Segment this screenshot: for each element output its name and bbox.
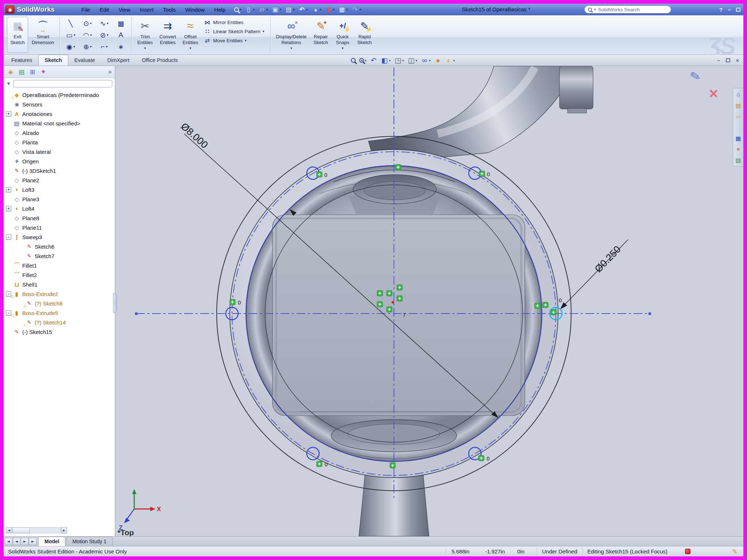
search-input[interactable] xyxy=(598,7,667,12)
zoom-area-icon[interactable]: ▾ xyxy=(359,58,367,63)
menu-item[interactable]: Insert xyxy=(135,4,158,15)
dropdown-arrow-icon[interactable]: ▾ xyxy=(144,46,146,50)
convert-entities-button[interactable]: Convert Entities ▾ xyxy=(156,17,179,53)
custom-properties-icon[interactable] xyxy=(735,156,742,164)
document-restore-button[interactable] xyxy=(726,58,730,62)
search-icon[interactable] xyxy=(735,124,742,131)
select-icon[interactable]: ▾ xyxy=(311,5,322,14)
next-sheet-button[interactable]: ▶ xyxy=(21,538,28,545)
toolbox-icon[interactable]: ▾ xyxy=(324,5,336,14)
minimize-button[interactable] xyxy=(728,7,731,13)
menu-item[interactable]: Tools xyxy=(158,4,181,15)
document-minimize-button[interactable] xyxy=(717,58,720,63)
dropdown-arrow-icon[interactable]: ▾ xyxy=(263,30,264,33)
scroll-right-arrow[interactable]: ▶ xyxy=(61,527,67,533)
quick-snaps-button[interactable]: Quick Snaps ▾ xyxy=(332,17,353,53)
sketch-fillet-tool-icon[interactable]: ⌐▾ xyxy=(96,41,112,52)
quick-tips-icon[interactable]: ✎ xyxy=(732,548,738,556)
solidworks-resources-icon[interactable] xyxy=(735,91,742,98)
tree-item[interactable]: Fillet2 xyxy=(4,270,115,280)
exit-sketch-button[interactable]: Exit Sketch ▾ xyxy=(7,17,28,53)
tree-item[interactable]: Material <not specified> xyxy=(4,118,115,128)
tree-expander[interactable]: - xyxy=(6,291,11,297)
tree-item[interactable]: + Loft4 xyxy=(4,204,115,213)
repair-sketch-button[interactable]: Repair Sketch ▾ xyxy=(310,17,331,53)
trim-entities-button[interactable]: Trim Entities ▾ xyxy=(134,17,156,53)
panel-splitter-handle[interactable]: ⋮ xyxy=(113,293,117,313)
text-tool-icon[interactable]: A▾ xyxy=(112,29,129,41)
command-tab[interactable]: Features xyxy=(5,55,38,66)
open-icon[interactable]: ▾ xyxy=(258,5,269,14)
manager-overflow-chevron[interactable]: » xyxy=(108,69,112,75)
tree-expander[interactable]: + xyxy=(6,111,11,117)
dimension-label[interactable]: Ø0.250 xyxy=(593,244,623,275)
first-sheet-button[interactable]: ◀ xyxy=(5,538,12,545)
tree-item[interactable]: - Sweep3 xyxy=(4,232,115,242)
tree-item[interactable]: - Boss-Extrude2 xyxy=(4,289,115,299)
edit-appearance-icon[interactable]: ▾ xyxy=(434,57,442,64)
tree-item[interactable]: (?) Sketch14 xyxy=(4,318,115,327)
search-box[interactable]: ▾ xyxy=(584,5,671,13)
tree-expander[interactable] xyxy=(6,149,11,155)
diameter-dimension-small[interactable]: Ø0.250 xyxy=(560,240,628,309)
tree-item[interactable]: Shell1 xyxy=(4,280,115,289)
dropdown-arrow-icon[interactable]: ▾ xyxy=(342,46,344,50)
tree-item[interactable]: (-) 3DSketch1 xyxy=(4,166,115,175)
arc-tool-icon[interactable]: ◠▾ xyxy=(79,29,96,41)
polygon-tool-icon[interactable]: ⊕▾ xyxy=(79,41,96,52)
menu-item[interactable]: Window xyxy=(181,4,209,15)
tree-item[interactable]: Plane11 xyxy=(4,223,115,232)
dropdown-arrow-icon[interactable]: ▾ xyxy=(245,39,247,42)
tree-expander[interactable] xyxy=(6,140,11,145)
line-tool-icon[interactable]: ╲▾ xyxy=(62,18,79,29)
tree-item[interactable]: Sketch7 xyxy=(4,251,115,261)
new-file-icon[interactable]: ▾ xyxy=(244,5,256,14)
file-explorer-icon[interactable] xyxy=(735,113,742,120)
circle-tool-icon[interactable]: ⊙▾ xyxy=(79,18,96,29)
command-tab[interactable]: Office Products xyxy=(136,55,184,66)
prev-sheet-button[interactable]: ◀ xyxy=(13,538,20,545)
error-indicator-icon[interactable] xyxy=(685,549,690,554)
command-tab[interactable]: Evaluate xyxy=(68,55,101,66)
print-icon[interactable]: ▾ xyxy=(284,5,295,14)
tree-item[interactable]: + Anotaciones xyxy=(4,109,115,118)
view-palette-icon[interactable] xyxy=(735,135,742,142)
dimension-label[interactable]: Ø8.000 xyxy=(179,121,210,151)
tree-expander[interactable] xyxy=(6,92,11,98)
tree-expander[interactable]: - xyxy=(6,234,11,240)
tree-item[interactable]: Plane3 xyxy=(4,194,115,204)
move-entities-button[interactable]: Move Entities ▾ xyxy=(204,37,264,44)
rapid-sketch-button[interactable]: Rapid Sketch ▾ xyxy=(354,17,375,53)
linear-sketch-pattern-button[interactable]: Linear Sketch Pattern ▾ xyxy=(204,28,264,35)
scrollbar-track[interactable] xyxy=(30,527,61,533)
tree-item[interactable]: Fillet1 xyxy=(4,261,115,270)
hide-show-items-icon[interactable]: ▾ xyxy=(421,57,431,64)
document-close-button[interactable]: × xyxy=(736,58,739,63)
command-tab[interactable]: DimXpert xyxy=(101,55,135,66)
tree-expander[interactable] xyxy=(18,320,24,325)
tree-item[interactable]: Origen xyxy=(4,156,115,166)
tree-expander[interactable] xyxy=(6,263,11,268)
tree-expander[interactable] xyxy=(6,197,11,202)
tree-item[interactable]: (?) Sketch8 xyxy=(4,299,115,308)
tree-item[interactable]: Planta xyxy=(4,137,115,147)
menu-item[interactable]: View xyxy=(114,4,135,15)
display-style-icon[interactable]: ▾ xyxy=(408,57,418,64)
tree-expander[interactable] xyxy=(6,178,11,183)
previous-view-icon[interactable]: ▾ xyxy=(370,57,378,64)
tree-item[interactable]: Sketch6 xyxy=(4,242,115,251)
sketch-origin-point[interactable] xyxy=(392,301,394,304)
restore-button[interactable] xyxy=(736,8,740,12)
construction-circle-tool-icon[interactable]: ◉▾ xyxy=(62,41,79,52)
configurationmanager-tab-icon[interactable] xyxy=(29,68,36,75)
save-icon[interactable]: ▾ xyxy=(271,5,282,14)
tree-item[interactable]: OperaBasicas (Predeterminado xyxy=(4,90,115,100)
mirror-entities-button[interactable]: Mirror Entities ▾ xyxy=(204,19,264,26)
tree-expander[interactable] xyxy=(6,168,11,174)
tree-item[interactable]: Vista lateral xyxy=(4,147,115,156)
section-view-icon[interactable]: ▾ xyxy=(381,57,391,64)
model-tab[interactable]: Model xyxy=(38,537,65,546)
help-button[interactable]: ? xyxy=(719,7,723,13)
options-icon[interactable]: ▾ xyxy=(337,5,349,14)
tree-item[interactable]: Sensors xyxy=(4,100,115,109)
